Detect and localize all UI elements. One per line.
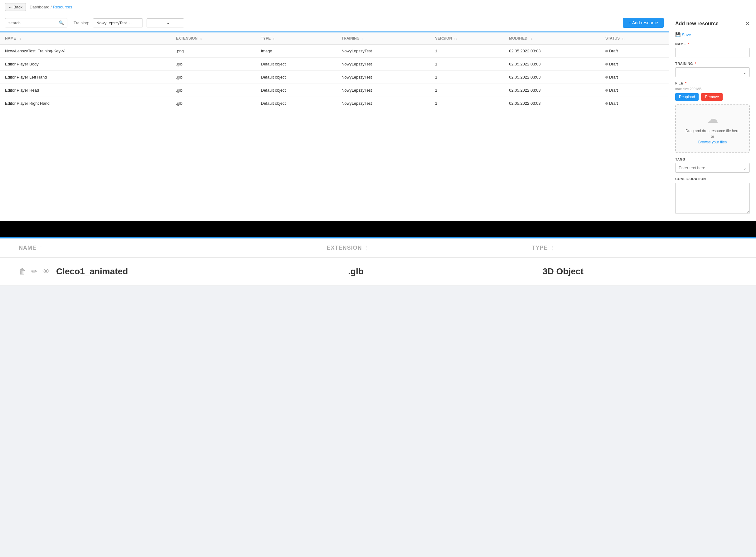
view-icon[interactable]: 👁 (43, 267, 50, 276)
bottom-sort-ext-icon: ↑↓ (366, 245, 367, 251)
bottom-col-name[interactable]: NAME ↑↓ (19, 245, 327, 251)
add-resource-label: + Add resource (628, 20, 658, 25)
close-panel-button[interactable]: ✕ (745, 20, 750, 27)
cell-type: Image (256, 45, 337, 58)
table-row[interactable]: Editor Player Body .glb Default object N… (0, 58, 669, 71)
training-dropdown[interactable] (675, 67, 750, 77)
search-box[interactable]: 🔍 (5, 18, 67, 27)
back-arrow-icon: ← (8, 5, 12, 9)
training-dropdown-wrap[interactable] (675, 67, 750, 77)
cell-version: 1 (430, 84, 504, 97)
name-required: * (688, 42, 689, 46)
status-dot (605, 50, 608, 52)
cell-extension: .glb (171, 97, 256, 110)
name-label: NAME (675, 42, 686, 46)
bottom-sort-name-icon: ↑↓ (40, 245, 42, 251)
remove-button[interactable]: Remove (701, 93, 723, 101)
table-row[interactable]: Editor Player Right Hand .glb Default ob… (0, 97, 669, 110)
bottom-sort-type-icon: ↑↓ (552, 245, 554, 251)
col-status[interactable]: STATUS ↑↓ (600, 32, 669, 45)
cell-modified: 02.05.2022 03:03 (504, 97, 600, 110)
row-action-icons: 🗑 ✏ 👁 (19, 267, 50, 276)
sort-training-icon: ↑↓ (362, 37, 365, 40)
cell-modified: 02.05.2022 03:03 (504, 45, 600, 58)
col-type[interactable]: TYPE ↑↓ (256, 32, 337, 45)
config-field-group: CONFIGURATION (675, 177, 750, 215)
bottom-row-type: 3D Object (543, 266, 737, 276)
table-row[interactable]: Editor Player Left Hand .glb Default obj… (0, 71, 669, 84)
cell-name: NowyLepszyTest_Training-Key-Vi... (0, 45, 171, 58)
cell-name: Editor Player Body (0, 58, 171, 71)
cell-status: Draft (600, 97, 669, 110)
search-input[interactable] (8, 21, 57, 25)
bottom-row-name: Cleco1_animated (56, 266, 348, 276)
delete-icon[interactable]: 🗑 (19, 267, 26, 276)
tags-label: TAGS (675, 157, 685, 161)
cell-modified: 02.05.2022 03:03 (504, 58, 600, 71)
tags-input-wrap[interactable] (675, 163, 750, 173)
edit-icon[interactable]: ✏ (31, 267, 37, 276)
filter-chevron-icon: ⌄ (166, 21, 180, 25)
config-textarea[interactable] (675, 183, 750, 214)
col-extension[interactable]: EXTENSION ↑↓ (171, 32, 256, 45)
cell-status: Draft (600, 45, 669, 58)
tags-field-group: TAGS (675, 157, 750, 173)
sort-modified-icon: ↑↓ (529, 37, 532, 40)
drop-text-line1: Drag and drop resource file here (685, 129, 739, 133)
status-dot (605, 102, 608, 105)
add-resource-panel: Add new resource ✕ 💾 Save NAME * TRAININ… (669, 14, 756, 221)
col-name[interactable]: NAME ↑↓ (0, 32, 171, 45)
name-input[interactable] (675, 48, 750, 57)
cell-training: NowyLepszyTest (337, 84, 430, 97)
cell-status: Draft (600, 84, 669, 97)
training-select[interactable]: NowyLepszyTest ⌄ (93, 19, 143, 27)
table-row[interactable]: NowyLepszyTest_Training-Key-Vi... .png I… (0, 45, 669, 58)
breadcrumb-dashboard: Dashboard (30, 5, 50, 9)
browse-link[interactable]: Browse your files (698, 140, 727, 144)
training-select-value: NowyLepszyTest (96, 21, 127, 25)
file-required: * (685, 81, 687, 85)
cell-name: Editor Player Head (0, 84, 171, 97)
status-dot (605, 63, 608, 65)
training-select-chevron-icon: ⌄ (129, 21, 139, 25)
cell-extension: .glb (171, 71, 256, 84)
cell-version: 1 (430, 71, 504, 84)
bottom-type-label: TYPE (532, 245, 548, 251)
cell-modified: 02.05.2022 03:03 (504, 84, 600, 97)
back-button[interactable]: ← Back (5, 3, 26, 11)
table-row[interactable]: Editor Player Head .glb Default object N… (0, 84, 669, 97)
file-label: FILE (675, 81, 683, 85)
drop-zone[interactable]: ☁ Drag and drop resource file here or Br… (675, 105, 750, 153)
col-version[interactable]: VERSION ↑↓ (430, 32, 504, 45)
upload-icon: ☁ (681, 113, 744, 126)
drop-text-or: or (711, 134, 714, 139)
drop-text: Drag and drop resource file here or Brow… (681, 128, 744, 145)
reupload-button[interactable]: Reupload (675, 93, 699, 101)
status-dot (605, 89, 608, 92)
training-label: Training: (74, 21, 89, 25)
cell-status: Draft (600, 58, 669, 71)
search-icon: 🔍 (59, 20, 64, 25)
breadcrumb-resources[interactable]: Resources (53, 5, 72, 9)
back-label: Back (13, 5, 23, 9)
cell-training: NowyLepszyTest (337, 45, 430, 58)
col-modified[interactable]: MODIFIED ↑↓ (504, 32, 600, 45)
panel-title: Add new resource (675, 21, 719, 27)
cell-name: Editor Player Left Hand (0, 71, 171, 84)
cell-training: NowyLepszyTest (337, 97, 430, 110)
config-label: CONFIGURATION (675, 177, 706, 181)
bottom-col-type[interactable]: TYPE ↑↓ (532, 245, 737, 251)
bottom-col-extension[interactable]: EXTENSION ↑↓ (327, 245, 532, 251)
sort-name-icon: ↑↓ (18, 37, 21, 40)
add-resource-button[interactable]: + Add resource (623, 18, 664, 28)
tags-input[interactable] (675, 163, 750, 173)
cell-type: Default object (256, 97, 337, 110)
save-link[interactable]: 💾 Save (675, 32, 750, 37)
name-field-group: NAME * (675, 42, 750, 62)
bottom-table-row: 🗑 ✏ 👁 Cleco1_animated .glb 3D Object (0, 258, 756, 286)
col-training[interactable]: TRAINING ↑↓ (337, 32, 430, 45)
cell-extension: .png (171, 45, 256, 58)
filter-select[interactable]: ⌄ (147, 19, 184, 27)
sort-ext-icon: ↑↓ (200, 37, 203, 40)
save-icon: 💾 (675, 32, 680, 37)
